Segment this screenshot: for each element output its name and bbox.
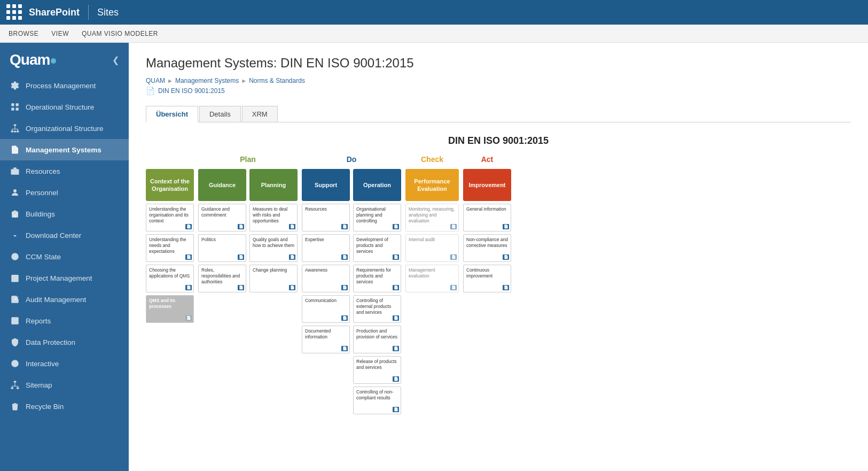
main-layout: Quam ❮ Process Management Operational St… [0, 43, 868, 471]
card-guidance-3[interactable]: Roles, responsibilities and authorities📄 [198, 265, 246, 292]
sidebar-item-label: Buildings [26, 210, 55, 218]
card-operation-5[interactable]: Production and provision of services📄 [353, 326, 401, 353]
column-guidance: Guidance Guidance and commitment📄 Politi… [198, 169, 246, 292]
sidebar-item-label: Operational Structure [26, 103, 94, 111]
ribbon-browse[interactable]: BROWSE [9, 27, 38, 41]
ribbon-view[interactable]: VIEW [51, 27, 69, 41]
card-icon: 📄 [450, 285, 457, 290]
card-act-2[interactable]: Non-compliance and corrective measures📄 [463, 234, 511, 262]
sidebar-item-project-management[interactable]: Project Management [0, 267, 129, 289]
sidebar-item-buildings[interactable]: Buildings [0, 203, 129, 225]
phase-act: Act Improvement General information📄 Non… [463, 155, 511, 292]
card-operation-1[interactable]: Organisational planning and controlling📄 [353, 204, 401, 231]
card-act-3[interactable]: Continuous improvement📄 [463, 265, 511, 292]
card-operation-2[interactable]: Development of products and services📄 [353, 234, 401, 262]
sidebar-item-audit-management[interactable]: Audit Management [0, 289, 129, 310]
card-guidance-1[interactable]: Guidance and commitment📄 [198, 204, 246, 231]
card-planning-1[interactable]: Measures to deal with risks and opportun… [249, 204, 298, 231]
card-operation-7[interactable]: Controlling of non-compliant results📄 [353, 387, 401, 414]
column-support: Support Resources📄 Expertise📄 Awareness📄… [302, 169, 350, 414]
doc-icon [10, 144, 20, 155]
card-icon: 📄 [393, 315, 399, 321]
tab-xrm[interactable]: XRM [242, 106, 278, 122]
sidebar-item-ccm-state[interactable]: CCM State [0, 246, 129, 267]
card-support-3[interactable]: Awareness📄 [302, 265, 350, 292]
tab-details[interactable]: Details [199, 106, 241, 122]
sidebar-item-label: Organizational Structure [26, 125, 104, 133]
card-icon: 📄 [393, 407, 399, 412]
card-icon: 📄 [238, 224, 244, 229]
svg-rect-11 [13, 213, 14, 214]
card-check-1[interactable]: Monitoring, measuring, analysing and eva… [405, 204, 459, 231]
brand-name: SharePoint [29, 7, 80, 18]
phase-do: Do Support Resources📄 Expertise📄 Awarene… [302, 155, 401, 414]
sidebar: Quam ❮ Process Management Operational St… [0, 43, 129, 471]
svg-rect-7 [17, 131, 19, 133]
card-icon: 📄 [341, 254, 348, 260]
phase-act-label: Act [481, 155, 494, 164]
card-act-1[interactable]: General information📄 [463, 204, 511, 231]
sidebar-item-download-center[interactable]: Download Center [0, 225, 129, 246]
sidebar-collapse-button[interactable]: ❮ [112, 55, 119, 65]
card-context-1[interactable]: Understanding the organisation and its c… [146, 204, 194, 231]
phase-plan-columns: Guidance Guidance and commitment📄 Politi… [198, 169, 298, 292]
card-planning-3[interactable]: Change planning📄 [249, 265, 298, 292]
sidebar-item-sitemap[interactable]: Sitemap [0, 374, 129, 396]
sitemap-icon [10, 380, 20, 390]
sidebar-item-label: Sitemap [26, 381, 52, 389]
card-icon: 📄 [393, 224, 399, 229]
project-icon [10, 273, 20, 283]
sidebar-item-process-management[interactable]: Process Management [0, 75, 129, 96]
sidebar-item-operational-structure[interactable]: Operational Structure [0, 96, 129, 118]
breadcrumb-norms[interactable]: Norms & Standards [249, 77, 305, 84]
card-icon: 📄 [503, 254, 509, 260]
svg-rect-1 [16, 103, 19, 106]
ribbon-quam-visio[interactable]: QUAM VISIO MODELER [82, 27, 158, 41]
card-context-4[interactable]: QMS and its processes📄 [146, 295, 194, 323]
card-planning-2[interactable]: Quality goals and how to achieve them📄 [249, 234, 298, 262]
card-icon: 📄 [289, 224, 295, 229]
sidebar-header: Quam ❮ [0, 43, 129, 75]
card-support-5[interactable]: Documented information📄 [302, 326, 350, 353]
sidebar-item-data-protection[interactable]: Data Protection [0, 331, 129, 353]
card-check-3[interactable]: Management evaluation📄 [405, 265, 459, 292]
card-icon: 📄 [185, 285, 192, 290]
phase-check: Check Performance Evaluation Monitoring,… [405, 155, 459, 292]
card-support-2[interactable]: Expertise📄 [302, 234, 350, 262]
phase-do-label: Do [347, 155, 357, 164]
card-icon: 📄 [341, 315, 348, 321]
card-icon: 📄 [341, 346, 348, 351]
card-guidance-2[interactable]: Politics📄 [198, 234, 246, 262]
sidebar-item-management-systems[interactable]: Management Systems [0, 139, 129, 160]
sidebar-item-recycle-bin[interactable]: Recycle Bin [0, 396, 129, 417]
sidebar-item-label: Download Center [26, 231, 81, 240]
card-operation-3[interactable]: Requirements for products and services📄 [353, 265, 401, 292]
card-operation-6[interactable]: Release of products and services📄 [353, 356, 401, 384]
card-icon: 📄 [503, 285, 509, 290]
interactive-icon [10, 358, 20, 369]
card-support-4[interactable]: Communication📄 [302, 295, 350, 323]
svg-rect-8 [11, 169, 19, 175]
breadcrumb-management-systems[interactable]: Management Systems [175, 77, 239, 84]
tab-ubersicht[interactable]: Übersicht [146, 106, 198, 122]
sidebar-item-interactive[interactable]: Interactive [0, 353, 129, 374]
file-link[interactable]: 📄 DIN EN ISO 9001:2015 [146, 87, 851, 95]
download-icon [10, 230, 20, 241]
card-support-1[interactable]: Resources📄 [302, 204, 350, 231]
card-icon: 📄 [289, 285, 295, 290]
card-check-2[interactable]: Internal audit📄 [405, 234, 459, 262]
card-context-3[interactable]: Choosing the applications of QMS📄 [146, 265, 194, 292]
tabs-container: Übersicht Details XRM [146, 106, 851, 122]
sidebar-item-resources[interactable]: Resources [0, 160, 129, 182]
breadcrumb-quam[interactable]: QUAM [146, 77, 165, 84]
card-context-2[interactable]: Understanding the needs and expectations… [146, 234, 194, 262]
breadcrumb-sep2: ► [241, 78, 247, 84]
apps-grid-button[interactable] [6, 4, 22, 20]
topbar: SharePoint Sites [0, 0, 868, 25]
sidebar-item-personnel[interactable]: Personnel [0, 182, 129, 203]
card-operation-4[interactable]: Controlling of external products and ser… [353, 295, 401, 323]
sites-label: Sites [97, 7, 119, 18]
sidebar-item-organizational-structure[interactable]: Organizational Structure [0, 118, 129, 139]
sidebar-item-reports[interactable]: Reports [0, 310, 129, 331]
column-planning: Planning Measures to deal with risks and… [249, 169, 298, 292]
